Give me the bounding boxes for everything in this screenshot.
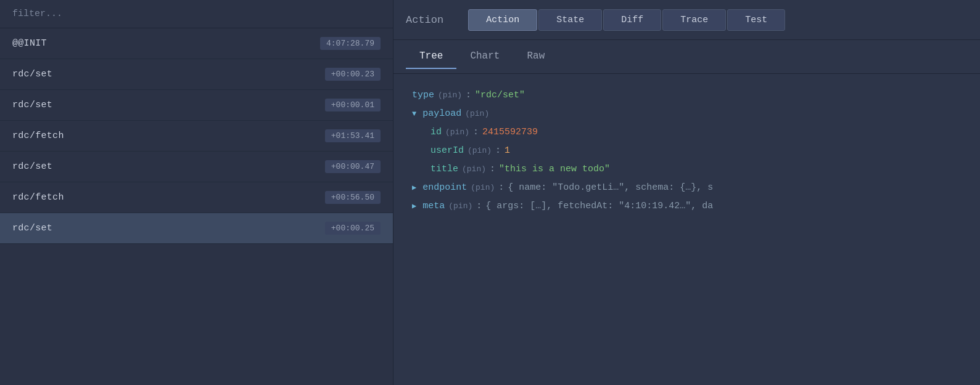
userid-pin: (pin) [467, 143, 492, 159]
action-time: +01:53.41 [325, 129, 381, 142]
action-item[interactable]: rdc/set +00:00.23 [0, 59, 393, 90]
top-tab-action[interactable]: Action [468, 9, 537, 31]
type-key: type [412, 86, 434, 105]
id-pin: (pin) [445, 124, 469, 140]
id-key: id [430, 123, 442, 142]
action-item[interactable]: rdc/set +00:00.47 [0, 152, 393, 182]
action-item[interactable]: rdc/set +00:00.25 [0, 213, 393, 244]
action-time: +00:56.50 [325, 191, 381, 204]
payload-pin: (pin) [465, 106, 489, 122]
endpoint-summary: { name: "Todo.getLi…", schema: {…}, s [508, 179, 713, 197]
action-name: rdc/set [12, 161, 52, 172]
top-tab-diff[interactable]: Diff [603, 9, 661, 31]
endpoint-pin: (pin) [471, 180, 495, 196]
type-pin: (pin) [438, 87, 462, 103]
id-val: 2415592739 [482, 123, 538, 142]
action-name: rdc/set [12, 100, 52, 110]
title-key: title [430, 160, 458, 179]
endpoint-key: endpoint [422, 179, 467, 197]
id-line: id (pin) : 2415592739 [412, 123, 961, 142]
meta-collapse-icon[interactable] [412, 199, 416, 214]
action-name: rdc/set [12, 223, 52, 233]
payload-collapse-icon[interactable] [412, 107, 416, 121]
top-tab-trace[interactable]: Trace [662, 9, 726, 31]
action-name: rdc/set [12, 69, 52, 79]
action-name: @@INIT [12, 38, 47, 49]
action-item[interactable]: rdc/fetch +00:56.50 [0, 182, 393, 213]
action-name: rdc/fetch [12, 192, 64, 203]
type-line: type (pin) : "rdc/set" [412, 86, 961, 105]
sub-tab-tree[interactable]: Tree [406, 44, 456, 69]
action-list: @@INIT 4:07:28.79 rdc/set +00:00.23 rdc/… [0, 28, 393, 385]
userid-key: userId [430, 142, 464, 160]
payload-key: payload [422, 105, 461, 123]
action-item[interactable]: @@INIT 4:07:28.79 [0, 28, 393, 59]
type-val: "rdc/set" [475, 86, 525, 105]
top-tab-test[interactable]: Test [727, 9, 785, 31]
payload-line: payload (pin) [412, 105, 961, 123]
title-pin: (pin) [462, 161, 486, 177]
top-tab-state[interactable]: State [538, 9, 602, 31]
meta-key: meta [422, 197, 445, 216]
top-tab-group: ActionStateDiffTraceTest [468, 9, 785, 31]
title-val: "this is a new todo" [499, 160, 610, 179]
endpoint-line: endpoint (pin) : { name: "Todo.getLi…", … [412, 179, 961, 197]
action-item[interactable]: rdc/fetch +01:53.41 [0, 121, 393, 152]
meta-summary: { args: […], fetchedAt: "4:10:19.42…", d… [485, 197, 713, 216]
left-panel: @@INIT 4:07:28.79 rdc/set +00:00.23 rdc/… [0, 0, 393, 385]
top-nav: Action ActionStateDiffTraceTest [393, 0, 980, 40]
action-time: +00:00.25 [325, 222, 381, 235]
right-panel: Action ActionStateDiffTraceTest TreeChar… [393, 0, 980, 385]
action-item[interactable]: rdc/set +00:00.01 [0, 90, 393, 121]
meta-line: meta (pin) : { args: […], fetchedAt: "4:… [412, 197, 961, 216]
code-view: type (pin) : "rdc/set" payload (pin) id … [393, 74, 980, 385]
userid-line: userId (pin) : 1 [412, 142, 961, 160]
sub-nav: TreeChartRaw [393, 40, 980, 74]
action-time: +00:00.01 [325, 99, 381, 111]
sub-tab-chart[interactable]: Chart [456, 44, 513, 69]
action-time: 4:07:28.79 [320, 37, 381, 50]
title-line: title (pin) : "this is a new todo" [412, 160, 961, 179]
nav-label: Action [400, 14, 450, 26]
sub-tab-raw[interactable]: Raw [513, 44, 558, 69]
action-time: +00:00.47 [325, 160, 381, 173]
action-name: rdc/fetch [12, 131, 64, 141]
action-time: +00:00.23 [325, 68, 381, 81]
filter-input[interactable] [0, 0, 393, 28]
endpoint-collapse-icon[interactable] [412, 180, 416, 195]
meta-pin: (pin) [448, 198, 472, 214]
userid-val: 1 [504, 142, 510, 160]
